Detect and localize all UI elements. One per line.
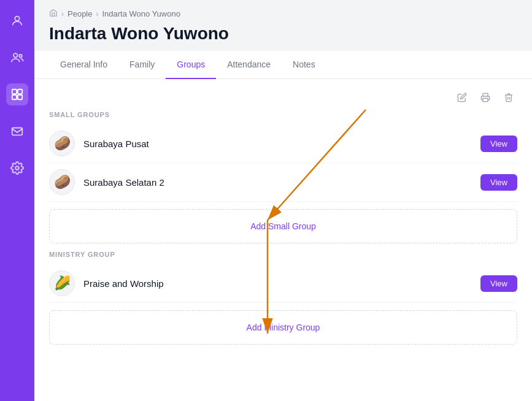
- breadcrumb-sep-1: ›: [61, 10, 64, 18]
- toolbar: [49, 89, 517, 106]
- svg-rect-7: [12, 128, 23, 136]
- svg-rect-9: [483, 98, 488, 101]
- breadcrumb-sep-2: ›: [96, 10, 98, 18]
- add-small-group-label: Add Small Group: [250, 221, 316, 231]
- breadcrumb: › People › Indarta Wono Yuwono: [34, 0, 532, 23]
- small-group-name-2: Surabaya Selatan 2: [83, 177, 480, 188]
- ministry-group-avatar-1: 🌽: [49, 270, 75, 296]
- groups-icon[interactable]: [6, 83, 28, 105]
- svg-point-2: [19, 55, 22, 58]
- small-group-name-1: Surabaya Pusat: [83, 139, 480, 149]
- svg-rect-5: [12, 95, 17, 99]
- tab-groups[interactable]: Groups: [166, 51, 216, 79]
- small-group-avatar-1: 🥔: [49, 131, 75, 156]
- tabs-bar: General Info Family Groups Attendance No…: [34, 51, 532, 79]
- page-title: Indarta Wono Yuwono: [34, 23, 532, 51]
- tab-notes[interactable]: Notes: [282, 51, 326, 79]
- svg-rect-6: [18, 95, 22, 99]
- svg-point-1: [13, 53, 17, 57]
- small-group-avatar-2: 🥔: [49, 169, 75, 195]
- breadcrumb-current: Indarta Wono Yuwono: [102, 9, 180, 18]
- small-group-row-2: 🥔 Surabaya Selatan 2 View: [49, 163, 517, 202]
- ministry-group-row-1: 🌽 Praise and Worship View: [49, 264, 517, 303]
- ministry-group-label: MINISTRY GROUP: [49, 251, 517, 258]
- view-ministry-group-1-button[interactable]: View: [480, 275, 517, 292]
- main-content: › People › Indarta Wono Yuwono Indarta W…: [34, 0, 532, 401]
- tab-general-info[interactable]: General Info: [49, 51, 118, 79]
- home-breadcrumb[interactable]: [49, 9, 58, 19]
- svg-rect-4: [18, 90, 22, 94]
- small-groups-label: SMALL GROUPS: [49, 111, 517, 118]
- groups-content: SMALL GROUPS 🥔 Surabaya Pusat View 🥔 Sur…: [34, 79, 532, 401]
- small-group-row-1: 🥔 Surabaya Pusat View: [49, 124, 517, 163]
- settings-icon[interactable]: [6, 157, 28, 179]
- svg-point-0: [15, 17, 19, 21]
- edit-button[interactable]: [453, 89, 471, 106]
- delete-button[interactable]: [500, 89, 517, 106]
- svg-point-8: [15, 166, 19, 170]
- add-small-group-box[interactable]: Add Small Group: [49, 209, 517, 243]
- breadcrumb-people[interactable]: People: [67, 9, 92, 18]
- svg-rect-3: [12, 90, 17, 94]
- users-icon[interactable]: [6, 47, 28, 69]
- print-button[interactable]: [477, 89, 494, 106]
- add-ministry-group-label: Add Ministry Group: [247, 323, 320, 332]
- add-ministry-group-box[interactable]: Add Ministry Group: [49, 310, 517, 345]
- sidebar: [0, 0, 34, 401]
- tab-attendance[interactable]: Attendance: [216, 51, 282, 79]
- view-small-group-2-button[interactable]: View: [480, 174, 517, 191]
- tab-family[interactable]: Family: [118, 51, 166, 79]
- person-icon[interactable]: [6, 10, 28, 32]
- view-small-group-1-button[interactable]: View: [480, 136, 517, 152]
- mail-icon[interactable]: [6, 120, 28, 142]
- ministry-group-name-1: Praise and Worship: [83, 278, 480, 289]
